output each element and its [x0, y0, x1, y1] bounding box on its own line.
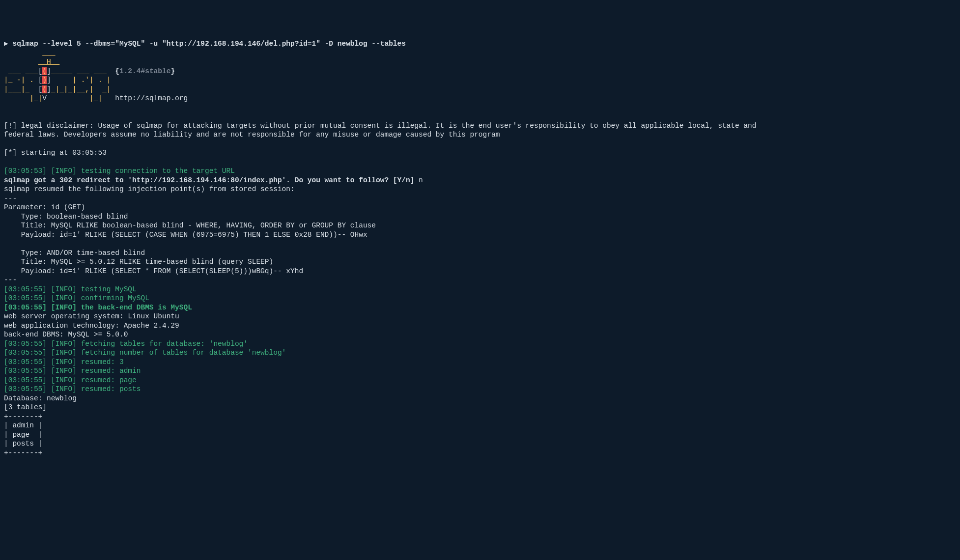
- log-timestamp: [03:05:55]: [4, 349, 51, 357]
- table-border: +-------+: [4, 413, 42, 420]
- log-level: [INFO]: [51, 376, 81, 384]
- redirect-prompt: sqlmap got a 302 redirect to 'http://192…: [4, 176, 419, 184]
- log-timestamp: [03:05:55]: [4, 385, 51, 393]
- log-timestamp: [03:05:55]: [4, 358, 51, 366]
- table-row: | admin |: [4, 421, 42, 429]
- redirect-answer: n: [419, 176, 423, 184]
- log-level: [INFO]: [51, 367, 81, 375]
- output-line: Title: MySQL >= 5.0.12 RLIKE time-based …: [4, 258, 273, 266]
- log-timestamp: [03:05:55]: [4, 367, 51, 375]
- output-line: ---: [4, 195, 17, 202]
- output-line: sqlmap resumed the following injection p…: [4, 185, 295, 193]
- table-row: | posts |: [4, 440, 42, 448]
- log-message: fetching number of tables for database '…: [81, 349, 286, 357]
- parameter-line: Parameter: id (GET): [4, 203, 85, 211]
- log-level: [INFO]: [51, 358, 81, 366]
- log-message: resumed: posts: [81, 385, 141, 393]
- output-line: Payload: id=1' RLIKE (SELECT * FROM (SEL…: [4, 267, 303, 275]
- output-line: web application technology: Apache 2.4.2…: [4, 322, 179, 330]
- log-timestamp: [03:05:55]: [4, 294, 51, 302]
- log-level: [INFO]: [51, 304, 81, 311]
- log-level: [INFO]: [51, 385, 81, 393]
- log-level: [INFO]: [51, 294, 81, 302]
- output-line: Title: MySQL RLIKE boolean-based blind -…: [4, 222, 376, 229]
- output-line: Payload: id=1' RLIKE (SELECT (CASE WHEN …: [4, 231, 367, 239]
- output-line: web server operating system: Linux Ubunt…: [4, 312, 179, 320]
- log-message: resumed: admin: [81, 367, 141, 375]
- log-message: resumed: 3: [81, 358, 124, 366]
- legal-disclaimer: [!] legal disclaimer: Usage of sqlmap fo…: [4, 122, 756, 139]
- log-timestamp: [03:05:55]: [4, 285, 51, 293]
- log-level: [INFO]: [51, 167, 81, 175]
- log-level: [INFO]: [51, 340, 81, 348]
- prompt-arrow: ▶: [4, 40, 12, 48]
- output-line: ---: [4, 276, 17, 284]
- output-line: Type: AND/OR time-based blind: [4, 249, 145, 257]
- log-message: testing MySQL: [81, 285, 137, 293]
- sqlmap-banner: ___ __H__ ___ ___[(]_____ ___ ___ {1.2.4…: [4, 49, 956, 103]
- log-level: [INFO]: [51, 285, 81, 293]
- log-message: the back-end DBMS is MySQL: [81, 304, 192, 311]
- log-message: testing connection to the target URL: [81, 167, 235, 175]
- output-line: back-end DBMS: MySQL >= 5.0.0: [4, 331, 128, 338]
- table-row: | page |: [4, 431, 42, 439]
- tables-count: [3 tables]: [4, 403, 47, 411]
- log-timestamp: [03:05:55]: [4, 340, 51, 348]
- log-timestamp: [03:05:55]: [4, 376, 51, 384]
- version-label: 1.2.4#stable: [119, 67, 170, 75]
- log-timestamp: [03:05:53]: [4, 167, 51, 175]
- sqlmap-url: http://sqlmap.org: [115, 94, 188, 102]
- starting-line: [*] starting at 03:05:53: [4, 149, 107, 157]
- database-line: Database: newblog: [4, 394, 77, 402]
- log-message: fetching tables for database: 'newblog': [81, 340, 248, 348]
- log-level: [INFO]: [51, 349, 81, 357]
- table-border: +-------+: [4, 449, 42, 457]
- output-line: Type: boolean-based blind: [4, 213, 128, 221]
- command-line: sqlmap --level 5 --dbms="MySQL" -u "http…: [12, 40, 406, 48]
- log-message: resumed: page: [81, 376, 137, 384]
- log-timestamp: [03:05:55]: [4, 304, 51, 311]
- log-message: confirming MySQL: [81, 294, 149, 302]
- terminal[interactable]: ▶ sqlmap --level 5 --dbms="MySQL" -u "ht…: [4, 39, 956, 457]
